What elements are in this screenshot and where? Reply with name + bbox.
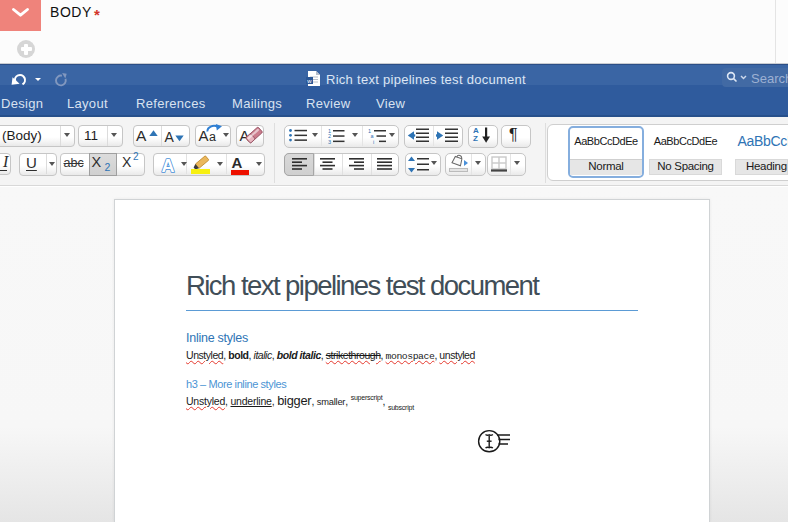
svg-text:w: w — [306, 78, 312, 84]
svg-text:i: i — [373, 138, 374, 143]
svg-text:3: 3 — [328, 138, 331, 143]
svg-text:A: A — [162, 156, 175, 175]
